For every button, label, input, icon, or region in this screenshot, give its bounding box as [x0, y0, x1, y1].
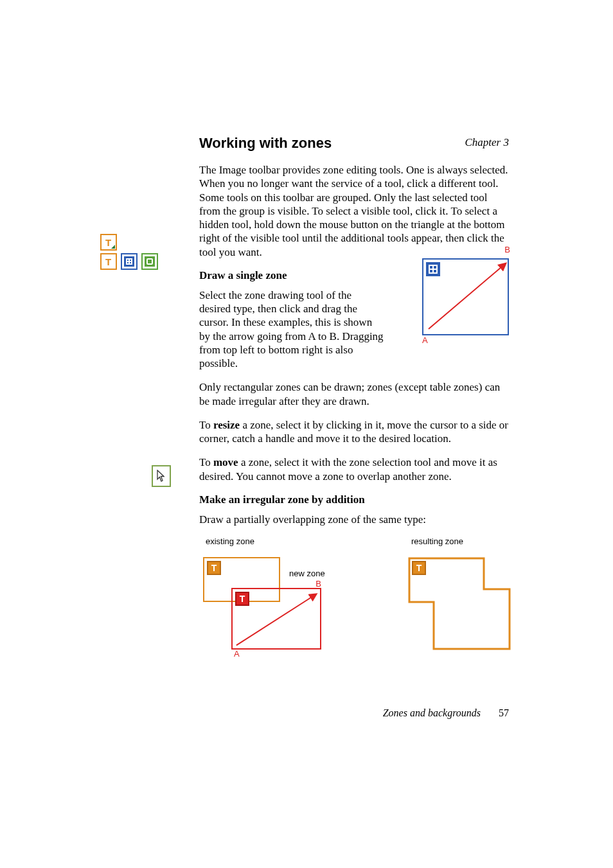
- resulting-zone-shape: T: [408, 557, 511, 650]
- label-b: B: [315, 579, 321, 589]
- draw-single-zone-paragraph: Select the zone drawing tool of the desi…: [199, 288, 386, 371]
- page-footer: Zones and backgrounds 57: [383, 707, 509, 719]
- draw-zone-figure: B A: [422, 256, 509, 343]
- rectangular-note: Only rectangular zones can be drawn; zon…: [199, 380, 509, 408]
- zone-selection-tool-icon: [152, 465, 171, 487]
- new-zone-box: T A B: [231, 588, 321, 650]
- existing-zone-label: existing zone: [206, 536, 254, 546]
- chapter-label: Chapter 3: [465, 136, 509, 149]
- label-b: B: [504, 245, 510, 254]
- irregular-zone-figure: existing zone new zone resulting zone T …: [199, 536, 509, 665]
- section-title: Working with zones: [199, 135, 509, 152]
- svg-line-1: [236, 594, 316, 646]
- resulting-zone-label: resulting zone: [411, 536, 463, 546]
- text-zone-tool-icon: T: [100, 234, 117, 251]
- page-number: 57: [499, 707, 509, 718]
- irregular-zone-paragraph: Draw a partially overlapping zone of the…: [199, 513, 509, 526]
- toolbar-group-icon: T T: [100, 233, 159, 270]
- page: Chapter 3 T T Workin: [0, 0, 613, 868]
- irregular-zone-heading: Make an irregular zone by addition: [199, 493, 509, 506]
- svg-line-0: [429, 263, 506, 329]
- move-paragraph: To move a zone, select it with the zone …: [199, 456, 509, 483]
- label-a: A: [234, 649, 240, 659]
- intro-paragraph: The Image toolbar provides zone editing …: [199, 163, 509, 259]
- footer-section: Zones and backgrounds: [383, 707, 481, 718]
- resize-paragraph: To resize a zone, select it by clicking …: [199, 418, 509, 446]
- text-zone-badge-icon: T: [207, 561, 221, 575]
- new-zone-label: new zone: [289, 569, 325, 578]
- label-a: A: [422, 335, 428, 345]
- table-zone-tool-icon: [121, 253, 138, 270]
- text-zone-tool-icon: T: [100, 253, 117, 270]
- text-zone-badge-icon: T: [412, 561, 426, 575]
- form-zone-tool-icon: [141, 253, 158, 270]
- main-content: Working with zones The Image toolbar pro…: [199, 135, 509, 665]
- table-zone-example: [422, 258, 509, 335]
